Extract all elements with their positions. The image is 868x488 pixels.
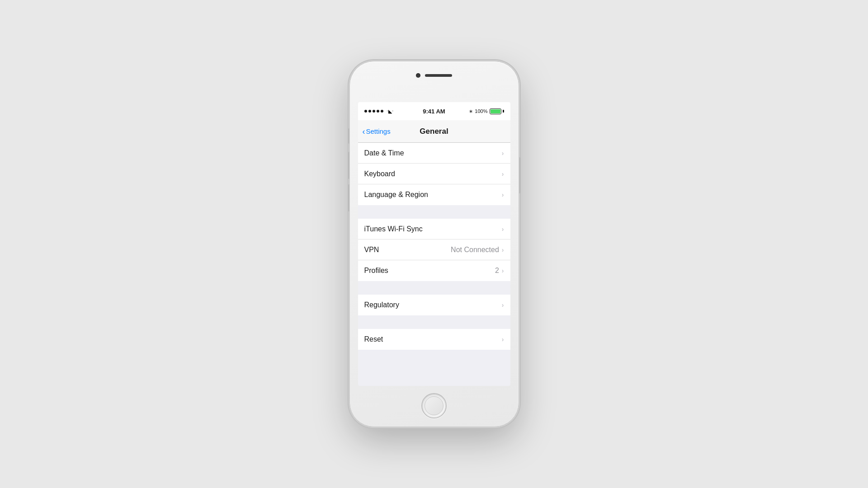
settings-section-3: Regulatory ›	[358, 295, 510, 315]
power-button[interactable]	[519, 157, 520, 193]
reset-row[interactable]: Reset ›	[358, 329, 510, 350]
section-gap-4	[358, 350, 510, 363]
volume-up-button[interactable]	[348, 152, 350, 179]
profiles-row[interactable]: Profiles 2 ›	[358, 260, 510, 281]
home-button-inner	[425, 396, 443, 415]
keyboard-label: Keyboard	[364, 170, 502, 178]
mute-button[interactable]	[348, 128, 350, 144]
signal-dot-3	[373, 110, 375, 113]
itunes-wifi-sync-row[interactable]: iTunes Wi-Fi Sync ›	[358, 219, 510, 239]
nav-bar: ‹ Settings General	[358, 120, 510, 143]
date-time-row[interactable]: Date & Time ›	[358, 143, 510, 164]
section-gap-1	[358, 205, 510, 219]
language-region-row[interactable]: Language & Region ›	[358, 184, 510, 205]
settings-section-1: Date & Time › Keyboard › Language & Regi…	[358, 143, 510, 205]
language-chevron-icon: ›	[502, 191, 504, 198]
back-chevron-icon: ‹	[363, 127, 365, 136]
phone-body: ⋅◣⋅ 9:41 AM ∗ 100% ‹	[349, 61, 519, 427]
phone-device: ⋅◣⋅ 9:41 AM ∗ 100% ‹	[349, 61, 519, 427]
status-time: 9:41 AM	[423, 108, 445, 115]
itunes-wifi-sync-label: iTunes Wi-Fi Sync	[364, 225, 502, 233]
screen: ⋅◣⋅ 9:41 AM ∗ 100% ‹	[358, 102, 510, 386]
settings-section-4: Reset ›	[358, 329, 510, 350]
battery-fill	[491, 109, 500, 113]
page-title: General	[420, 127, 448, 136]
signal-area: ⋅◣⋅	[364, 108, 394, 114]
vpn-value: Not Connected	[451, 246, 499, 254]
signal-dot-1	[364, 110, 367, 113]
status-right: ∗ 100%	[469, 108, 504, 114]
section-gap-5	[358, 363, 510, 377]
profiles-chevron-icon: ›	[502, 267, 504, 274]
battery-bar	[490, 108, 501, 114]
settings-section-2: iTunes Wi-Fi Sync › VPN Not Connected › …	[358, 219, 510, 281]
regulatory-chevron-icon: ›	[502, 301, 504, 309]
regulatory-row[interactable]: Regulatory ›	[358, 295, 510, 315]
vpn-label: VPN	[364, 246, 451, 254]
section-gap-2	[358, 281, 510, 295]
camera-dot	[416, 73, 420, 78]
profiles-label: Profiles	[364, 267, 495, 275]
section-gap-3	[358, 315, 510, 329]
signal-dot-4	[377, 110, 379, 113]
vpn-chevron-icon: ›	[502, 246, 504, 253]
keyboard-chevron-icon: ›	[502, 170, 504, 178]
back-label[interactable]: Settings	[366, 127, 391, 135]
back-button[interactable]: ‹ Settings	[363, 127, 391, 136]
bluetooth-icon: ∗	[469, 108, 473, 114]
speaker-bar	[425, 74, 452, 77]
regulatory-label: Regulatory	[364, 301, 502, 309]
settings-content: Date & Time › Keyboard › Language & Regi…	[358, 143, 510, 377]
profiles-value: 2	[495, 267, 499, 275]
status-bar: ⋅◣⋅ 9:41 AM ∗ 100%	[358, 102, 510, 120]
itunes-chevron-icon: ›	[502, 225, 504, 233]
date-time-label: Date & Time	[364, 149, 502, 157]
reset-label: Reset	[364, 335, 502, 343]
battery-tip	[503, 110, 504, 113]
language-region-label: Language & Region	[364, 191, 502, 199]
date-time-chevron-icon: ›	[502, 150, 504, 157]
top-bar	[416, 73, 452, 78]
signal-dot-2	[368, 110, 371, 113]
signal-dot-5	[381, 110, 383, 113]
volume-down-button[interactable]	[348, 184, 350, 211]
keyboard-row[interactable]: Keyboard ›	[358, 164, 510, 184]
vpn-row[interactable]: VPN Not Connected ›	[358, 239, 510, 260]
reset-chevron-icon: ›	[502, 336, 504, 343]
battery-percent: 100%	[475, 108, 487, 114]
home-button[interactable]	[421, 393, 447, 418]
wifi-icon: ⋅◣⋅	[387, 108, 394, 114]
battery-icon	[490, 108, 504, 114]
